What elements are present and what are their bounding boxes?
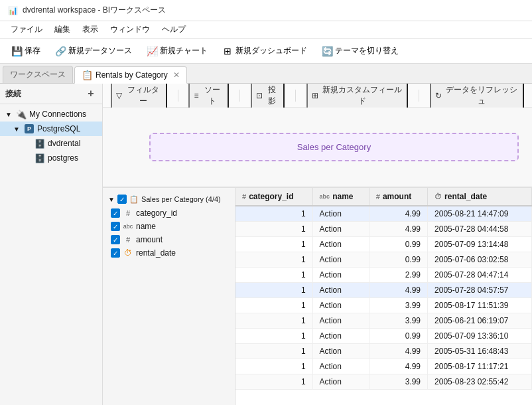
group-chevron-icon: ▼ (108, 196, 115, 203)
type-icon-number: # (123, 209, 133, 217)
col-label-name: name (332, 192, 353, 201)
theme-toggle-button[interactable]: 🔄 テーマを切り替え (316, 42, 405, 60)
cell-category_id: 1 (235, 298, 312, 313)
theme-label: テーマを切り替え (335, 45, 399, 56)
cell-name: Action (312, 237, 369, 252)
sort-label: ソート (201, 84, 223, 107)
field-rental_date[interactable]: ⏱ rental_date (103, 246, 235, 260)
col-label-category_id: category_id (249, 192, 293, 201)
field-label-rental_date: rental_date (136, 248, 176, 258)
table-row[interactable]: 1 Action 3.99 2005-08-17 11:51:39 (235, 298, 532, 313)
sidebar-add-button[interactable]: + (85, 88, 97, 100)
table-row[interactable]: 1 Action 0.99 2005-07-09 13:36:10 (235, 329, 532, 344)
menu-help[interactable]: ヘルプ (157, 23, 191, 37)
query-card[interactable]: Sales per Category (149, 133, 519, 161)
field-category_id[interactable]: # category_id (103, 206, 235, 220)
col-type-icon-category_id: # (242, 193, 246, 201)
sidebar-item-my-connections[interactable]: ▼ 🔌 My Connections (0, 107, 102, 121)
cell-amount: 4.99 (369, 344, 427, 359)
table-row[interactable]: 1 Action 0.99 2005-07-09 13:14:48 (235, 237, 532, 252)
field-checkbox-category_id[interactable] (111, 208, 120, 218)
table-row[interactable]: 1 Action 4.99 2005-08-17 11:17:21 (235, 359, 532, 374)
sidebar-item-postgres[interactable]: ▶ 🗄️ postgres (0, 151, 102, 165)
table-row[interactable]: 1 Action 4.99 2005-05-31 16:48:43 (235, 344, 532, 359)
divider-4 (419, 90, 419, 102)
my-connections-label: My Connections (29, 110, 86, 119)
cell-category_id: 1 (235, 329, 312, 344)
projection-label: 投影 (265, 84, 280, 107)
tab-data-icon: 📋 (82, 70, 93, 80)
field-group-label: Sales per Category (4/4) (141, 195, 221, 203)
tab-close-icon[interactable]: ✕ (173, 70, 180, 80)
tab-workspace[interactable]: ワークスペース (3, 66, 73, 83)
cell-name: Action (312, 329, 369, 344)
new-chart-label: 新規チャート (160, 45, 208, 56)
field-checkbox-name[interactable] (111, 222, 120, 231)
save-icon: 💾 (11, 46, 22, 56)
col-type-icon-name: abc (320, 193, 330, 200)
database-icon-2: 🗄️ (34, 153, 45, 163)
table-row[interactable]: 1 Action 4.99 2005-08-21 14:47:09 (235, 206, 532, 222)
table-row[interactable]: 1 Action 3.99 2005-06-21 06:19:07 (235, 313, 532, 329)
cell-amount: 0.99 (369, 329, 427, 344)
refresh-label: データをリフレッシュ (444, 84, 519, 107)
menu-window[interactable]: ウィンドウ (105, 23, 155, 37)
refresh-icon: ↻ (435, 91, 442, 100)
theme-icon: 🔄 (322, 46, 332, 56)
sort-button[interactable]: ≡ ソート (188, 84, 228, 110)
custom-field-label: 新規カスタムフィールド (321, 84, 403, 107)
table-row[interactable]: 1 Action 4.99 2005-07-28 04:57:57 (235, 283, 532, 298)
field-checkbox-rental_date[interactable] (111, 248, 120, 258)
filter-button[interactable]: ▽ フィルター (111, 84, 167, 110)
table-row[interactable]: 1 Action 0.99 2005-07-06 03:02:58 (235, 252, 532, 268)
tab-rentals-by-category[interactable]: 📋 Rentals by Category ✕ (74, 66, 187, 84)
cell-name: Action (312, 359, 369, 374)
field-name[interactable]: abc name (103, 220, 235, 233)
field-label-name: name (136, 222, 156, 231)
field-label-amount: amount (136, 235, 163, 244)
canvas-area: Sales per Category (103, 108, 532, 187)
table-row[interactable]: 1 Action 4.99 2005-07-28 04:44:58 (235, 222, 532, 237)
menu-edit[interactable]: 編集 (49, 23, 76, 37)
cell-category_id: 1 (235, 359, 312, 374)
field-amount[interactable]: # amount (103, 233, 235, 246)
connections-icon: 🔌 (16, 109, 27, 120)
cell-amount: 2.99 (369, 268, 427, 283)
database-icon: 🗄️ (34, 138, 45, 149)
cell-name: Action (312, 222, 369, 237)
custom-field-icon: ⊞ (312, 91, 318, 100)
custom-field-button[interactable]: ⊞ 新規カスタムフィールド (306, 84, 408, 110)
col-header-category_id: # category_id (235, 188, 312, 206)
table-row[interactable]: 1 Action 3.99 2005-08-23 02:55:42 (235, 374, 532, 390)
cell-rental_date: 2005-08-17 11:17:21 (428, 359, 532, 374)
fields-list: ▼ ✓ 📋 Sales per Category (4/4) # categor… (103, 188, 235, 405)
new-chart-button[interactable]: 📈 新規チャート (141, 42, 214, 60)
cell-category_id: 1 (235, 222, 312, 237)
save-button[interactable]: 💾 保存 (5, 42, 46, 60)
cell-category_id: 1 (235, 374, 312, 390)
new-datasource-button[interactable]: 🔗 新規データソース (49, 42, 138, 60)
projection-button[interactable]: ⊡ 投影 (251, 84, 285, 110)
cell-rental_date: 2005-07-28 04:47:14 (428, 268, 532, 283)
cell-rental_date: 2005-07-28 04:57:57 (428, 283, 532, 298)
sidebar-tree: ▼ 🔌 My Connections ▼ P PostgreSQL ▶ 🗄️ d… (0, 104, 102, 405)
menu-file[interactable]: ファイル (5, 23, 48, 37)
table-icon: 📋 (129, 195, 139, 204)
sidebar-item-dvdrental[interactable]: ▶ 🗄️ dvdrental (0, 136, 102, 151)
menu-view[interactable]: 表示 (77, 23, 103, 37)
sidebar-item-postgresql[interactable]: ▼ P PostgreSQL (0, 121, 102, 136)
cell-category_id: 1 (235, 313, 312, 329)
canvas-fields-area: Sales per Category (103, 108, 532, 188)
refresh-button[interactable]: ↻ データをリフレッシュ (430, 84, 524, 110)
col-label-rental_date: rental_date (444, 192, 487, 201)
field-checkbox-amount[interactable] (111, 235, 120, 244)
field-group-header[interactable]: ▼ ✓ 📋 Sales per Category (4/4) (103, 192, 235, 206)
new-dashboard-button[interactable]: ⊞ 新規ダッシュボード (216, 42, 313, 60)
tab-bar: ワークスペース 📋 Rentals by Category ✕ (0, 64, 532, 84)
table-row[interactable]: 1 Action 2.99 2005-07-28 04:47:14 (235, 268, 532, 283)
title-bar: 📊 dvdrental workspace - BIワークスペース (0, 0, 532, 21)
col-label-amount: amount (383, 192, 411, 201)
cell-category_id: 1 (235, 252, 312, 268)
cell-name: Action (312, 298, 369, 313)
cell-amount: 3.99 (369, 313, 427, 329)
